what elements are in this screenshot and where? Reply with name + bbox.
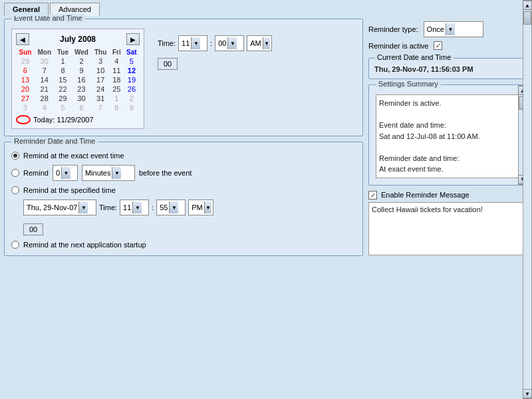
reminder-option2-radio[interactable] [11, 169, 19, 177]
calendar-day[interactable]: 23 [71, 84, 91, 94]
reminder-option2-unit: Minutes [84, 169, 112, 177]
calendar-day[interactable]: 5 [124, 57, 140, 66]
calendar-day[interactable]: 14 [35, 75, 55, 84]
specified-ampm-dropdown[interactable]: PM ▼ [188, 200, 213, 215]
calendar-day[interactable]: 9 [71, 66, 91, 75]
calendar-day[interactable]: 24 [92, 84, 110, 94]
reminder-option2-suffix: before the event [139, 169, 192, 177]
enable-reminder-checkbox[interactable]: ✓ [368, 191, 377, 200]
calendar-week-5: 3456789 [16, 103, 140, 112]
event-ampm-arrow: ▼ [263, 37, 271, 49]
calendar-day[interactable]: 1 [55, 57, 72, 66]
settings-summary-content: Reminder is active. Event date and time:… [376, 94, 521, 178]
event-date-time-group: Event Date and Time ◀ July 2008 ▶ [4, 19, 363, 136]
reminder-msg-scroll-up[interactable]: ▲ [523, 1, 532, 10]
specified-date-dropdown[interactable]: Thu, 29-Nov-07 ▼ [23, 200, 96, 215]
calendar-day[interactable]: 7 [92, 103, 110, 112]
reminder-date-time-group: Reminder Date and Time Remind at the exa… [4, 142, 363, 256]
reminder-option4-label: Remind at the next application startup [23, 241, 146, 249]
settings-summary-title: Settings Summary [376, 80, 441, 88]
calendar-day[interactable]: 4 [35, 103, 55, 112]
tab-general[interactable]: General [4, 3, 49, 16]
reminder-option3-radio[interactable] [11, 186, 19, 194]
event-hour-dropdown[interactable]: 11 ▼ [178, 35, 207, 51]
calendar-day[interactable]: 11 [110, 66, 124, 75]
calendar-day[interactable]: 30 [71, 94, 91, 103]
settings-line2: Event date and time: [379, 120, 517, 131]
calendar-day[interactable]: 6 [71, 103, 91, 112]
specified-time-row: Thu, 29-Nov-07 ▼ Time: 11 ▼ : 55 ▼ PM [23, 200, 356, 215]
event-minute-dropdown[interactable]: 00 ▼ [215, 35, 244, 51]
mon-header: Mon [35, 48, 55, 57]
calendar-prev-button[interactable]: ◀ [16, 33, 29, 45]
calendar-day[interactable]: 20 [16, 84, 35, 94]
calendar-day[interactable]: 4 [110, 57, 124, 66]
reminder-type-label: Reminder type: [368, 25, 418, 33]
calendar-week-0: 293012345 [16, 57, 140, 66]
reminder-option4-radio[interactable] [11, 241, 19, 249]
calendar-day[interactable]: 26 [124, 84, 140, 94]
calendar-day[interactable]: 8 [110, 103, 124, 112]
calendar-day[interactable]: 27 [16, 94, 35, 103]
fri-header: Fri [110, 48, 124, 57]
calendar-day[interactable]: 3 [92, 57, 110, 66]
current-date-time-title: Current Date and Time [374, 53, 454, 61]
calendar-day[interactable]: 13 [16, 75, 35, 84]
calendar-day[interactable]: 6 [16, 66, 35, 75]
calendar-day[interactable]: 8 [55, 66, 72, 75]
calendar: ◀ July 2008 ▶ Sun Mon Tue Wed [11, 29, 144, 129]
reminder-options: Remind at the exact event time Remind 0 … [11, 152, 356, 249]
calendar-day[interactable]: 2 [71, 57, 91, 66]
specified-minute-value: 55 [158, 203, 169, 211]
calendar-day[interactable]: 10 [92, 66, 110, 75]
thu-header: Thu [92, 48, 110, 57]
event-ampm-dropdown[interactable]: AM ▼ [247, 35, 272, 51]
reminder-active-checkbox[interactable]: ✓ [434, 41, 442, 50]
reminder-active-row: Reminder is active ✓ [368, 41, 528, 50]
calendar-day[interactable]: 17 [92, 75, 110, 84]
calendar-next-button[interactable]: ▶ [126, 33, 140, 45]
reminder-option4-row: Remind at the next application startup [11, 241, 356, 249]
reminder-option2-value-dropdown[interactable]: 0 ▼ [53, 165, 78, 181]
reminder-msg-scrollbar[interactable]: ▲ ▼ [523, 0, 532, 399]
calendar-day[interactable]: 30 [35, 57, 55, 66]
reminder-option1-label: Remind at the exact event time [23, 152, 124, 160]
event-minute-arrow: ▼ [227, 37, 237, 49]
reminder-msg-scroll-track [523, 10, 531, 389]
enable-reminder-label: Enable Reminder Message [381, 191, 469, 199]
calendar-day[interactable]: 28 [35, 94, 55, 103]
settings-line1: Reminder is active. [379, 98, 517, 109]
main-content: Event Date and Time ◀ July 2008 ▶ [0, 16, 532, 260]
calendar-day[interactable]: 18 [110, 75, 124, 84]
calendar-day[interactable]: 1 [110, 94, 124, 103]
calendar-day[interactable]: 25 [110, 84, 124, 94]
calendar-day[interactable]: 2 [124, 94, 140, 103]
reminder-msg-scroll-down[interactable]: ▼ [523, 389, 532, 398]
specified-hour-dropdown[interactable]: 11 ▼ [120, 200, 149, 215]
current-date-time-group: Current Date and Time Thu, 29-Nov-07, 11… [368, 58, 528, 79]
calendar-day[interactable]: 16 [71, 75, 91, 84]
specified-time-label: Time: [99, 203, 117, 211]
calendar-grid: Sun Mon Tue Wed Thu Fri Sat 293 [16, 48, 140, 112]
calendar-day[interactable]: 9 [124, 103, 140, 112]
right-panel: Reminder type: Once ▼ Reminder is active… [368, 19, 528, 256]
calendar-day[interactable]: 5 [55, 103, 72, 112]
calendar-day[interactable]: 15 [55, 75, 72, 84]
reminder-option1-radio[interactable] [11, 152, 19, 160]
reminder-msg-scroll-area: Collect Hawaii tickets for vacation! ▲ ▼ [368, 202, 528, 255]
calendar-day[interactable]: 21 [35, 84, 55, 94]
specified-minute-dropdown[interactable]: 55 ▼ [156, 200, 186, 215]
calendar-day[interactable]: 31 [92, 94, 110, 103]
calendar-day[interactable]: 19 [124, 75, 140, 84]
reminder-option2-unit-dropdown[interactable]: Minutes ▼ [82, 165, 135, 181]
calendar-day[interactable]: 29 [55, 94, 72, 103]
reminder-message-content[interactable]: Collect Hawaii tickets for vacation! [368, 202, 528, 255]
calendar-day[interactable]: 29 [16, 57, 35, 66]
calendar-day[interactable]: 12 [124, 66, 140, 75]
today-text: Today: 11/29/2007 [33, 116, 94, 124]
calendar-day[interactable]: 22 [55, 84, 72, 94]
calendar-day[interactable]: 7 [35, 66, 55, 75]
reminder-msg-scroll-thumb[interactable] [523, 11, 531, 25]
calendar-day[interactable]: 3 [16, 103, 35, 112]
reminder-type-dropdown[interactable]: Once ▼ [424, 21, 483, 37]
